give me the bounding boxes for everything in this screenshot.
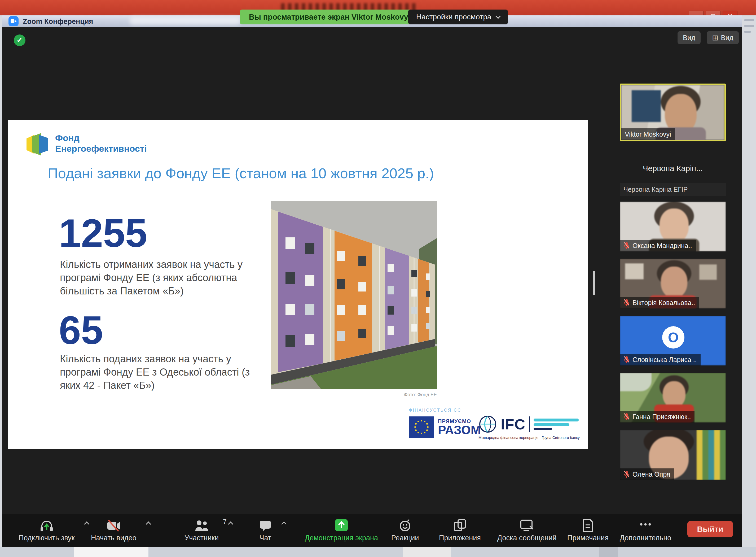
chevron-up-icon[interactable] [228,522,233,527]
ifc-logo: IFC Міжнародна фінансова корпорація · Гр… [478,415,580,440]
chevron-down-icon [496,13,501,19]
active-speaker-tile[interactable]: Viktor Moskovyi [620,84,726,141]
shared-slide: Фонд Енергоефективності Подані заявки до… [8,120,588,449]
participant-name: Оксана Мандрина.. [632,242,692,250]
participant-tile[interactable]: Ганна Присяжнюк.. [620,373,726,422]
taskbar-fragment [599,547,618,557]
apps-icon [453,519,467,532]
mic-muted-icon [624,356,630,364]
whiteboard-button[interactable]: Доска сообщений [497,519,557,542]
view-button-1[interactable]: Вид [678,31,701,44]
view-button-2[interactable]: ⊞ Вид [707,31,739,44]
window-title: Zoom Конференция [23,18,93,26]
participant-strip[interactable]: Червона Каріна ЕГІР [620,183,726,196]
stat-value-1: 1255 [59,213,147,253]
taskbar-fragment [403,547,451,557]
camera-glyph-icon [10,19,14,23]
fund-logo-line1: Фонд [55,133,147,143]
taskbar-fragment [74,547,149,557]
mic-muted-icon [624,299,630,306]
join-audio-label: Подключить звук [19,534,75,542]
participant-name: Словінська Лариса .. [632,356,697,364]
mic-muted-icon [624,242,630,250]
participant-strip-name: Червона Каріна ЕГІР [624,186,688,193]
chevron-up-icon[interactable] [84,522,89,527]
more-label: Дополнительно [620,534,671,542]
notes-button[interactable]: Примечания [567,519,609,542]
notes-icon [582,519,594,532]
ifc-divider [529,416,530,432]
fund-logo-line2: Енергоефективності [55,143,147,154]
view-settings-label: Настройки просмотра [416,13,492,21]
participants-label: Участники [185,534,219,542]
whiteboard-icon [520,519,534,532]
screen-share-banner-text: Вы просматриваете экран Viktor Moskovyi [249,13,410,22]
participant-tile[interactable]: Оксана Мандрина.. [620,202,726,252]
view-settings-button[interactable]: Настройки просмотра [408,9,508,24]
reactions-label: Реакции [391,534,419,542]
meeting-toolbar: Подключить звук Начать видео 7 [2,514,742,547]
desktop-bottom-strip [0,547,756,557]
chevron-up-icon[interactable] [281,522,287,527]
meeting-content: ✓ Вид ⊞ Вид Фонд Енергоефективності Пода… [2,27,742,547]
participant-name: Олена Опря [632,471,670,478]
ifc-subtext: Міжнародна фінансова корпорація · Група … [478,436,580,440]
participant-tile[interactable]: O Словінська Лариса .. [620,316,726,365]
zoom-app-icon [8,16,19,26]
ifc-label: IFC [501,416,525,433]
eu-small-text: ФІНАНСУЄТЬСЯ ЄС [409,408,462,413]
headphones-icon [40,519,54,532]
building-photo [271,201,437,389]
participants-icon [194,519,209,532]
reactions-icon [399,519,411,532]
chat-label: Чат [259,534,272,542]
more-button[interactable]: Дополнительно [620,519,671,542]
view-button-1-label: Вид [683,34,695,42]
eu-logo-line2: РАЗОМ [438,424,481,436]
leave-button[interactable]: Выйти [687,521,733,537]
reactions-button[interactable]: Реакции [391,519,419,542]
participant-name-label: Червона Карін... [620,164,726,173]
apps-button[interactable]: Приложения [439,519,481,542]
security-shield-icon[interactable]: ✓ [14,34,26,46]
chevron-up-icon[interactable] [146,522,151,527]
eu-flag-icon [409,416,434,438]
grid-view-icon: ⊞ [712,33,718,42]
avatar: O [662,326,685,349]
start-video-label: Начать видео [91,534,136,542]
more-icon [638,519,653,532]
active-speaker-name: Viktor Moskovyi [625,130,671,138]
whiteboard-label: Доска сообщений [497,534,557,542]
screen-share-banner: Вы просматриваете экран Viktor Moskovyi [240,9,419,24]
scrollbar[interactable] [593,271,595,295]
stat-description-2: Кількість поданих заявок на участь у про… [60,352,261,402]
participants-count-badge: 7 [223,518,227,526]
camera-off-icon [106,519,121,532]
participant-tile[interactable]: Олена Опря [620,430,726,480]
fund-logo-icon [24,131,51,157]
stat-description-1: Кількість отриманих заявок на участь у п… [60,258,261,308]
screen: – □ ✕ Zoom Конференция Вы просматриваете… [0,0,756,557]
chat-button[interactable]: Чат [259,519,272,542]
apps-label: Приложения [439,534,481,542]
share-screen-button[interactable]: Демонстрация экрана [305,519,378,542]
participant-tile[interactable]: Вікторія Ковальова.. [620,259,726,309]
share-screen-icon [335,519,348,532]
participants-button[interactable]: 7 Участники [185,519,219,542]
photo-caption: Фото: Фонд ЕЕ [379,392,437,398]
start-video-button[interactable]: Начать видео [91,519,136,542]
ifc-tagline-bars [534,418,579,430]
mic-muted-icon [624,413,630,421]
view-button-2-label: Вид [721,34,733,42]
chat-icon [259,519,272,532]
ifc-globe-icon [478,415,497,433]
notes-label: Примечания [567,534,609,542]
titlebar-blur [129,17,241,25]
fund-logo-text: Фонд Енергоефективності [55,133,147,154]
mic-muted-icon [624,470,630,478]
eu-razom-logo: ПРЯМУЄМО РАЗОМ [409,416,481,438]
stat-value-2: 65 [59,310,103,350]
join-audio-button[interactable]: Подключить звук [19,519,75,542]
desktop-right-strip [742,16,756,557]
participant-name: Ганна Присяжнюк.. [632,413,691,421]
